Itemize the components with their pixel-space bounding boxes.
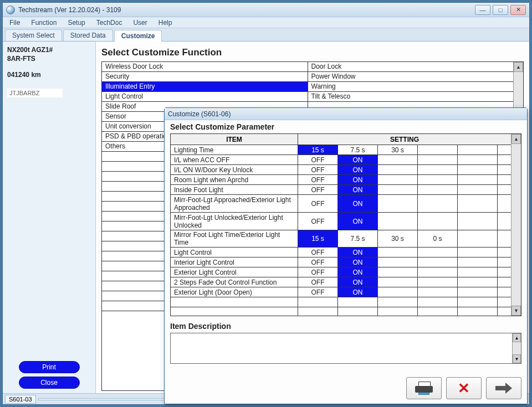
param-settings: OFFON	[298, 155, 511, 164]
param-option	[418, 257, 458, 267]
scroll-up-icon[interactable]: ▲	[511, 134, 521, 144]
param-option[interactable]: 7.5 s	[338, 230, 378, 247]
param-option	[458, 230, 498, 247]
param-option[interactable]: OFF	[298, 277, 338, 287]
param-option[interactable]: ON	[338, 248, 378, 257]
param-settings: OFFON	[298, 287, 511, 297]
param-option	[458, 277, 498, 287]
param-option	[378, 175, 418, 184]
scroll-up-icon[interactable]: ▲	[514, 62, 523, 72]
param-option[interactable]: 15 s	[298, 145, 338, 154]
window-buttons: — □ ✕	[475, 5, 526, 15]
param-option	[378, 267, 418, 277]
menu-help[interactable]: Help	[154, 18, 177, 28]
param-item: Mirr-Foot-Lgt Approached/Exterior Light …	[171, 195, 298, 212]
function-cell[interactable]: Wireless Door Lock	[102, 62, 308, 71]
menu-setup[interactable]: Setup	[63, 18, 89, 28]
param-option[interactable]: OFF	[298, 267, 338, 277]
param-option[interactable]: OFF	[298, 185, 338, 194]
param-option[interactable]: 15 s	[298, 230, 338, 247]
menu-techdoc[interactable]: TechDoc	[92, 18, 127, 28]
param-option	[458, 297, 498, 307]
param-option	[378, 307, 418, 316]
function-cell[interactable]: Security	[102, 72, 308, 81]
param-settings: 15 s7.5 s30 s0 s	[298, 230, 511, 247]
popup-next-button[interactable]	[486, 377, 521, 399]
param-settings: 15 s7.5 s30 s	[298, 145, 511, 154]
param-option[interactable]: ON	[338, 195, 378, 212]
description-scrollbar[interactable]: ▲ ▼	[512, 333, 521, 363]
param-table: ITEM SETTING Lighting Time15 s7.5 s30 sI…	[170, 133, 521, 316]
param-option[interactable]: OFF	[298, 165, 338, 174]
function-cell[interactable]: Tilt & Telesco	[308, 92, 514, 101]
param-option[interactable]: OFF	[298, 155, 338, 164]
param-option[interactable]: OFF	[298, 257, 338, 267]
app-icon	[6, 6, 15, 14]
param-option	[458, 175, 498, 184]
param-item: Mirror Foot Light Time/Exterior Light Ti…	[171, 230, 298, 247]
param-row-empty	[171, 297, 511, 307]
tab-stored-data[interactable]: Stored Data	[63, 29, 113, 41]
menu-file[interactable]: File	[5, 18, 24, 28]
maximize-button[interactable]: □	[493, 5, 508, 15]
param-option[interactable]: 0 s	[418, 230, 458, 247]
param-option[interactable]: 30 s	[378, 230, 418, 247]
param-option[interactable]: ON	[338, 257, 378, 267]
param-option[interactable]: 7.5 s	[338, 145, 378, 154]
close-button[interactable]: ✕	[510, 5, 526, 15]
param-item: I/L when ACC OFF	[171, 155, 298, 164]
param-option[interactable]: OFF	[298, 175, 338, 184]
print-button[interactable]: Print	[19, 361, 80, 373]
popup-cancel-button[interactable]: ✕	[446, 377, 482, 399]
param-settings: OFFON	[298, 257, 511, 267]
tab-system-select[interactable]: System Select	[5, 29, 62, 41]
param-option[interactable]: OFF	[298, 287, 338, 297]
function-cell[interactable]: Door Lock	[308, 62, 514, 71]
popup-print-button[interactable]	[406, 377, 442, 399]
param-option[interactable]: OFF	[298, 213, 338, 230]
param-option[interactable]: ON	[338, 277, 378, 287]
function-cell[interactable]: Power Window	[308, 72, 514, 81]
close-icon: ✕	[458, 380, 470, 397]
param-scrollbar[interactable]: ▲ ▼	[511, 134, 521, 316]
scroll-down-icon[interactable]: ▼	[511, 306, 521, 316]
function-cell[interactable]: Light Control	[102, 92, 308, 101]
vin-field[interactable]	[7, 89, 63, 97]
param-option[interactable]: ON	[338, 185, 378, 194]
scroll-up-icon[interactable]: ▲	[513, 333, 521, 342]
param-option	[458, 213, 498, 230]
param-header: ITEM SETTING	[171, 134, 511, 145]
function-row: SecurityPower Window	[102, 72, 513, 82]
menu-user[interactable]: User	[129, 18, 151, 28]
param-item: Exterior Light (Door Open)	[171, 287, 298, 297]
param-item: Light Control	[171, 248, 298, 257]
param-option[interactable]: ON	[338, 267, 378, 277]
param-option[interactable]: ON	[338, 287, 378, 297]
menu-function[interactable]: Function	[27, 18, 61, 28]
param-row: 2 Steps Fade Out Control FunctionOFFON	[171, 277, 511, 287]
param-option[interactable]: OFF	[298, 195, 338, 212]
param-row: Mirr-Foot-Lgt Unlocked/Exterior Light Un…	[171, 213, 511, 230]
vehicle-engine: 8AR-FTS	[7, 55, 91, 64]
close-button-side[interactable]: Close	[19, 377, 80, 389]
param-settings: OFFON	[298, 195, 511, 212]
param-option[interactable]: ON	[338, 165, 378, 174]
tab-row: System SelectStored DataCustomize	[3, 28, 529, 42]
param-option[interactable]: ON	[338, 213, 378, 230]
param-item: I/L ON W/Door Key Unlock	[171, 165, 298, 174]
scroll-down-icon[interactable]: ▼	[513, 354, 521, 363]
param-header-setting: SETTING	[298, 134, 511, 145]
function-cell[interactable]: Warning	[308, 82, 514, 91]
popup-title: Customize (S601-06)	[168, 110, 231, 118]
param-option	[418, 155, 458, 164]
param-option[interactable]: ON	[338, 155, 378, 164]
param-option[interactable]: 30 s	[378, 145, 418, 154]
tab-customize[interactable]: Customize	[114, 30, 162, 42]
param-option[interactable]: ON	[338, 175, 378, 184]
param-option	[378, 297, 418, 307]
param-option[interactable]: OFF	[298, 248, 338, 257]
param-settings: OFFON	[298, 165, 511, 174]
minimize-button[interactable]: —	[475, 5, 490, 15]
function-cell[interactable]: Illuminated Entry	[102, 82, 308, 91]
function-row: Wireless Door LockDoor Lock	[102, 62, 513, 72]
